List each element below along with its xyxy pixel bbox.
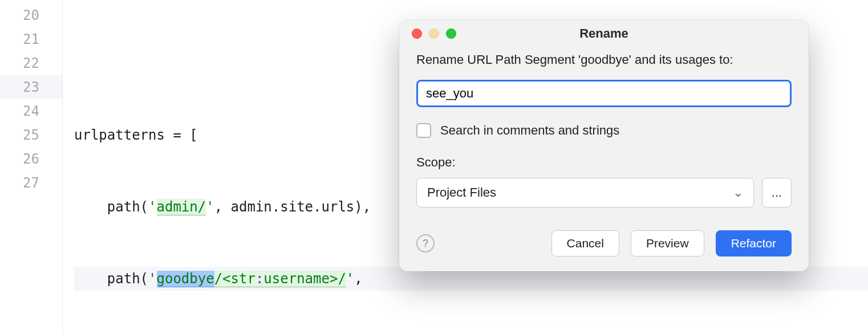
minimize-icon xyxy=(429,28,439,39)
dialog-titlebar: Rename xyxy=(399,21,809,47)
close-icon[interactable] xyxy=(412,28,422,39)
line-number: 20 xyxy=(0,3,39,27)
search-comments-checkbox[interactable] xyxy=(416,123,431,138)
chevron-down-icon: ⌄ xyxy=(733,185,743,200)
rename-dialog: Rename Rename URL Path Segment 'goodbye'… xyxy=(399,21,809,271)
search-comments-label: Search in comments and strings xyxy=(440,123,619,138)
cancel-button[interactable]: Cancel xyxy=(551,230,619,256)
scope-label: Scope: xyxy=(416,155,792,170)
line-number: 27 xyxy=(0,171,39,195)
line-number: 23 xyxy=(0,75,62,99)
scope-select[interactable]: Project Files ⌄ xyxy=(416,178,754,207)
line-number: 25 xyxy=(0,123,39,147)
traffic-lights xyxy=(399,28,456,39)
dialog-title: Rename xyxy=(399,26,809,41)
scope-more-button[interactable]: ... xyxy=(762,178,792,207)
line-number: 24 xyxy=(0,99,39,123)
line-number-gutter: 20 21 22 23 24 25 26 27 xyxy=(0,0,63,334)
line-number: 26 xyxy=(0,147,39,171)
line-number: 22 xyxy=(0,51,39,75)
line-number: 21 xyxy=(0,27,39,51)
help-icon[interactable]: ? xyxy=(416,234,435,252)
zoom-icon[interactable] xyxy=(446,28,456,39)
rename-prompt: Rename URL Path Segment 'goodbye' and it… xyxy=(416,52,792,67)
scope-selected-value: Project Files xyxy=(427,185,496,200)
new-name-input[interactable] xyxy=(416,80,792,107)
preview-button[interactable]: Preview xyxy=(631,230,704,256)
refactor-button[interactable]: Refactor xyxy=(716,230,792,256)
